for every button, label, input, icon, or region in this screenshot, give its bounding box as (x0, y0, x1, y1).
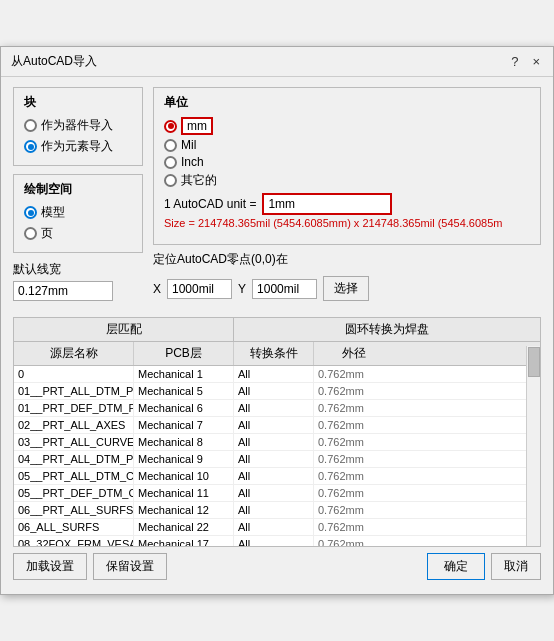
td-pcb: Mechanical 22 (134, 519, 234, 535)
td-pcb: Mechanical 6 (134, 400, 234, 416)
table-row[interactable]: 06__PRT_ALL_SURFS Mechanical 12 All 0.76… (14, 502, 540, 519)
radio-model-label: 模型 (41, 204, 65, 221)
td-cond: All (234, 451, 314, 467)
unit-group: 单位 mm Mil Inch 其它的 (153, 87, 541, 245)
radio-page-icon (24, 227, 37, 240)
bottom-right-buttons: 确定 取消 (427, 553, 541, 580)
td-pcb: Mechanical 8 (134, 434, 234, 450)
table-row[interactable]: 05__PRT_DEF_DTM_CS Mechanical 11 All 0.7… (14, 485, 540, 502)
table-row[interactable]: 03__PRT_ALL_CURVES Mechanical 8 All 0.76… (14, 434, 540, 451)
td-src: 01__PRT_DEF_DTM_PL (14, 400, 134, 416)
td-pcb: Mechanical 9 (134, 451, 234, 467)
title-bar: 从AutoCAD导入 ? × (1, 47, 553, 77)
td-src: 02__PRT_ALL_AXES (14, 417, 134, 433)
unit-other-row[interactable]: 其它的 (164, 172, 530, 189)
td-diam: 0.762mm (314, 485, 394, 501)
td-cond: All (234, 485, 314, 501)
table-row[interactable]: 02__PRT_ALL_AXES Mechanical 7 All 0.762m… (14, 417, 540, 434)
col-header-diam: 外径 (314, 342, 394, 365)
td-diam: 0.762mm (314, 417, 394, 433)
draw-group-title: 绘制空间 (24, 181, 132, 198)
col-header-pcb: PCB层 (134, 342, 234, 365)
x-input[interactable] (167, 279, 232, 299)
radio-page[interactable]: 页 (24, 225, 132, 242)
top-right-content: 单位 mm Mil Inch 其它的 (153, 87, 541, 309)
radio-device-label: 作为器件导入 (41, 117, 113, 134)
td-cond: All (234, 468, 314, 484)
td-src: 06__PRT_ALL_SURFS (14, 502, 134, 518)
td-cond: All (234, 434, 314, 450)
default-width-input[interactable] (13, 281, 113, 301)
default-width-section: 默认线宽 (13, 261, 143, 301)
table-row[interactable]: 01__PRT_ALL_DTM_PL Mechanical 5 All 0.76… (14, 383, 540, 400)
td-pcb: Mechanical 7 (134, 417, 234, 433)
unit-group-title: 单位 (164, 94, 530, 111)
td-src: 0 (14, 366, 134, 382)
choose-button[interactable]: 选择 (323, 276, 369, 301)
td-diam: 0.762mm (314, 383, 394, 399)
td-diam: 0.762mm (314, 536, 394, 546)
close-button[interactable]: × (529, 54, 543, 69)
td-diam: 0.762mm (314, 451, 394, 467)
unit-mm-row[interactable]: mm (164, 117, 530, 135)
scrollbar-track[interactable] (526, 346, 540, 546)
save-settings-button[interactable]: 保留设置 (93, 553, 167, 580)
radio-inch-icon (164, 156, 177, 169)
td-pcb: Mechanical 5 (134, 383, 234, 399)
table-row[interactable]: 01__PRT_DEF_DTM_PL Mechanical 6 All 0.76… (14, 400, 540, 417)
td-src: 04__PRT_ALL_DTM_PN (14, 451, 134, 467)
td-src: 05__PRT_ALL_DTM_CS (14, 468, 134, 484)
load-settings-button[interactable]: 加载设置 (13, 553, 87, 580)
td-pcb: Mechanical 10 (134, 468, 234, 484)
draw-group: 绘制空间 模型 页 (13, 174, 143, 253)
table-row[interactable]: 0 Mechanical 1 All 0.762mm (14, 366, 540, 383)
radio-import-as-element[interactable]: 作为元素导入 (24, 138, 132, 155)
default-width-label: 默认线宽 (13, 261, 143, 278)
table-subheader: 源层名称 PCB层 转换条件 外径 (14, 342, 540, 366)
position-row: 定位AutoCAD零点(0,0)在 (153, 251, 541, 268)
radio-import-as-device[interactable]: 作为器件导入 (24, 117, 132, 134)
y-input[interactable] (252, 279, 317, 299)
td-src: 06_ALL_SURFS (14, 519, 134, 535)
td-src: 08_32FOX_FRM_VESA_T (14, 536, 134, 546)
td-cond: All (234, 519, 314, 535)
td-src: 05__PRT_DEF_DTM_CS (14, 485, 134, 501)
td-pcb: Mechanical 17 (134, 536, 234, 546)
dialog-title: 从AutoCAD导入 (11, 53, 97, 70)
dialog-window: 从AutoCAD导入 ? × 块 作为器件导入 作为元素导入 (0, 46, 554, 595)
radio-element-icon (24, 140, 37, 153)
table-header-via-convert: 圆环转换为焊盘 (234, 318, 540, 341)
td-pcb: Mechanical 12 (134, 502, 234, 518)
size-text: Size = 214748.365mil (5454.6085mm) x 214… (164, 217, 530, 229)
radio-mil-icon (164, 139, 177, 152)
td-pcb: Mechanical 1 (134, 366, 234, 382)
radio-model[interactable]: 模型 (24, 204, 132, 221)
position-section: 定位AutoCAD零点(0,0)在 X Y 选择 (153, 251, 541, 309)
cancel-button[interactable]: 取消 (491, 553, 541, 580)
unit-mil-row[interactable]: Mil (164, 138, 530, 152)
top-section: 块 作为器件导入 作为元素导入 绘制空间 模型 (13, 87, 541, 309)
td-diam: 0.762mm (314, 519, 394, 535)
col-header-cond: 转换条件 (234, 342, 314, 365)
col-header-src: 源层名称 (14, 342, 134, 365)
autocad-label: 1 AutoCAD unit = (164, 197, 256, 211)
td-cond: All (234, 536, 314, 546)
unit-inch-row[interactable]: Inch (164, 155, 530, 169)
scrollbar-thumb[interactable] (528, 347, 540, 377)
mil-label: Mil (181, 138, 196, 152)
ok-button[interactable]: 确定 (427, 553, 485, 580)
help-button[interactable]: ? (508, 54, 521, 69)
layer-table: 层匹配 圆环转换为焊盘 源层名称 PCB层 转换条件 外径 0 Mechanic… (13, 317, 541, 547)
block-group: 块 作为器件导入 作为元素导入 (13, 87, 143, 166)
inch-label: Inch (181, 155, 204, 169)
td-src: 03__PRT_ALL_CURVES (14, 434, 134, 450)
table-row[interactable]: 04__PRT_ALL_DTM_PN Mechanical 9 All 0.76… (14, 451, 540, 468)
table-header-merged: 层匹配 圆环转换为焊盘 (14, 318, 540, 342)
radio-page-label: 页 (41, 225, 53, 242)
bottom-left-buttons: 加载设置 保留设置 (13, 553, 167, 580)
table-row[interactable]: 08_32FOX_FRM_VESA_T Mechanical 17 All 0.… (14, 536, 540, 546)
table-row[interactable]: 05__PRT_ALL_DTM_CS Mechanical 10 All 0.7… (14, 468, 540, 485)
td-cond: All (234, 417, 314, 433)
table-row[interactable]: 06_ALL_SURFS Mechanical 22 All 0.762mm (14, 519, 540, 536)
autocad-value-input[interactable] (262, 193, 392, 215)
